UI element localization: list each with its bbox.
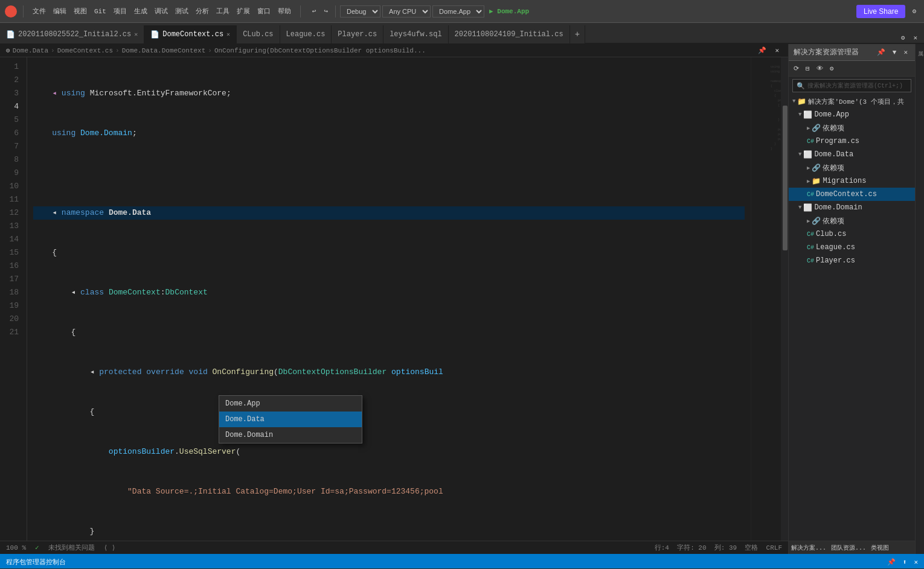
search-box[interactable]: 🔍 搜索解决方案资源管理器(Ctrl+;)	[792, 79, 911, 92]
menu-git[interactable]: Git	[91, 7, 109, 16]
app-select[interactable]: Dome.App	[432, 5, 484, 17]
menu-tools[interactable]: 工具	[213, 5, 233, 17]
bottom-panel: 程序包管理器控制台 📌 ⬆ ✕ 程序包源(K): 全部 ⚙ 默认项目(J): D…	[0, 554, 924, 569]
tab-sql[interactable]: leys4ufw.sql	[383, 25, 448, 43]
menu-debug[interactable]: 调试	[152, 5, 171, 17]
solution-toolbar: ⟳ ⊟ 👁 ⚙	[789, 61, 915, 77]
minimap: using Microsoft.EntityFr using Dome.Doma…	[751, 57, 781, 541]
sol-tab1[interactable]: 解决方案...	[789, 542, 829, 553]
editor-area: ⊙ Dome.Data › DomeContext.cs › Dome.Data…	[0, 44, 788, 554]
project-dropdown: Dome.App Dome.Data Dome.Domain	[219, 395, 362, 443]
app-logo	[5, 5, 17, 17]
undo-btn[interactable]: ↩	[309, 6, 319, 16]
project-domedata[interactable]: ▼ ⬜ Dome.Data	[789, 148, 915, 161]
tab-league[interactable]: League.cs	[280, 25, 332, 43]
debug-config-select[interactable]: Debug	[340, 5, 380, 17]
menu-extensions[interactable]: 扩展	[234, 5, 253, 17]
bottom-expand-icon[interactable]: ⬆	[903, 558, 907, 566]
bottom-pin-icon[interactable]: 📌	[887, 558, 896, 566]
tab-club[interactable]: CLub.cs	[237, 25, 280, 43]
breadcrumb: ⊙ Dome.Data › DomeContext.cs › Dome.Data…	[0, 44, 788, 57]
top-toolbar: 文件 编辑 视图 Git 项目 生成 调试 测试 分析 工具 扩展 窗口 帮助 …	[0, 0, 924, 23]
settings-icon[interactable]: ⚙	[909, 6, 919, 16]
solution-root[interactable]: ▼ 📁 解决方案'Dome'(3 个项目，共	[789, 95, 915, 108]
project-domedomain[interactable]: ▼ ⬜ Dome.Domain	[789, 201, 915, 214]
bottom-panel-title: 程序包管理器控制台	[6, 558, 66, 567]
zoom-level[interactable]: 100 %	[6, 544, 26, 552]
editor-status: 100 % ✓ 未找到相关问题 ⟨ ⟩ 行:4 字符: 20 列: 39 空格 …	[0, 541, 788, 554]
breadcrumb-close-icon[interactable]: ✕	[772, 45, 782, 56]
solution-explorer-header: 解决方案资源管理器 📌 ▼ ✕	[789, 44, 915, 61]
tab-bar: 📄 20201108025522_Initial2.cs ✕ 📄 DomeCon…	[0, 23, 924, 44]
live-share-button[interactable]: Live Share	[856, 5, 905, 18]
menu-build[interactable]: 生成	[131, 5, 150, 17]
breadcrumb-root[interactable]: ⊙	[6, 46, 10, 54]
menu-test[interactable]: 测试	[172, 5, 191, 17]
tab-initial2[interactable]: 📄 20201108025522_Initial2.cs ✕	[0, 25, 144, 43]
redo-btn[interactable]: ↪	[321, 6, 331, 16]
solution-tree: ▼ 📁 解决方案'Dome'(3 个项目，共 ▼ ⬜ Dome.App ▶ 🔗 …	[789, 95, 915, 541]
tab-domecontext[interactable]: 📄 DomeContext.cs ✕	[144, 25, 237, 43]
project-domeapp[interactable]: ▼ ⬜ Dome.App	[789, 108, 915, 121]
menu-help[interactable]: 帮助	[275, 5, 294, 17]
code-editor[interactable]: 1 2 3 4 5 6 7 8 9 10 11 12 13 14 15 16 1…	[0, 57, 788, 541]
sol-tab2[interactable]: 团队资源...	[829, 542, 868, 553]
right-panel: 解决方案资源管理器 📌 ▼ ✕ ⟳ ⊟ 👁 ⚙ 🔍 搜索解决方案资源管理器(Ct…	[788, 44, 915, 554]
domedomain-deps[interactable]: ▶ 🔗 依赖项	[789, 214, 915, 227]
menu-file[interactable]: 文件	[30, 5, 49, 17]
domedomain-player[interactable]: C# Player.cs	[789, 254, 915, 267]
tab-initial[interactable]: 20201108024109_Initial.cs	[449, 25, 570, 43]
dropdown-item-domedata[interactable]: Dome.Data	[219, 412, 362, 427]
sol-collapse-btn[interactable]: ⊟	[803, 63, 812, 74]
breadcrumb-pin-icon[interactable]: 📌	[755, 45, 769, 56]
menu-project[interactable]: 项目	[111, 5, 130, 17]
domeapp-program[interactable]: C# Program.cs	[789, 135, 915, 148]
dropdown-item-domeapp[interactable]: Dome.App	[219, 396, 362, 412]
sol-settings-btn[interactable]: ⚙	[827, 63, 836, 74]
domedata-deps[interactable]: ▶ 🔗 依赖项	[789, 161, 915, 174]
domedomain-club[interactable]: C# Club.cs	[789, 227, 915, 241]
search-icon: 🔍	[797, 82, 805, 90]
editor-scrollbar[interactable]	[781, 57, 788, 541]
error-status: 未找到相关问题	[48, 543, 95, 552]
panel-close-icon[interactable]: ✕	[901, 47, 910, 57]
status-ok-icon: ✓	[35, 544, 39, 552]
tab-add-btn[interactable]: +	[570, 25, 585, 43]
domedomain-league[interactable]: C# League.cs	[789, 241, 915, 254]
sol-view-btn[interactable]: 👁	[814, 63, 826, 74]
sol-tab3[interactable]: 类视图	[868, 542, 891, 553]
tab-close-panel-icon[interactable]: ✕	[910, 33, 920, 43]
sol-sync-btn[interactable]: ⟳	[791, 63, 801, 74]
bottom-panel-header: 程序包管理器控制台 📌 ⬆ ✕	[0, 555, 924, 568]
tab-player[interactable]: Player.cs	[332, 25, 383, 43]
line-numbers: 1 2 3 4 5 6 7 8 9 10 11 12 13 14 15 16 1…	[0, 57, 27, 541]
domedata-migrations[interactable]: ▶ 📁 Migrations	[789, 174, 915, 188]
domeapp-deps[interactable]: ▶ 🔗 依赖项	[789, 121, 915, 135]
bottom-close-icon[interactable]: ✕	[914, 558, 918, 566]
menu-window[interactable]: 窗口	[254, 5, 274, 17]
cpu-select[interactable]: Any CPU	[382, 5, 431, 17]
panel-menu-icon[interactable]: ▼	[890, 48, 899, 57]
menu-analyze[interactable]: 分析	[193, 5, 212, 17]
dropdown-item-domedomain[interactable]: Dome.Domain	[219, 427, 362, 443]
tab-close-1[interactable]: ✕	[134, 31, 138, 38]
tab-close-2[interactable]: ✕	[226, 31, 230, 38]
pin-icon[interactable]: 📌	[874, 47, 888, 57]
tab-settings-icon[interactable]: ⚙	[898, 33, 908, 43]
properties-panel: 属	[915, 44, 924, 554]
main-layout: ⊙ Dome.Data › DomeContext.cs › Dome.Data…	[0, 44, 924, 554]
line-info: 行:4 字符: 20 列: 39 空格 CRLF	[655, 543, 782, 552]
run-btn[interactable]: ▶ Dome.App	[486, 6, 532, 16]
code-content[interactable]: ◂ using Microsoft.EntityFrameworkCore; u…	[27, 57, 751, 541]
domedata-domecontext[interactable]: C# DomeContext.cs	[789, 188, 915, 201]
nav-arrows[interactable]: ⟨ ⟩	[104, 544, 116, 552]
menu-view[interactable]: 视图	[71, 5, 90, 17]
menu-edit[interactable]: 编辑	[50, 5, 69, 17]
